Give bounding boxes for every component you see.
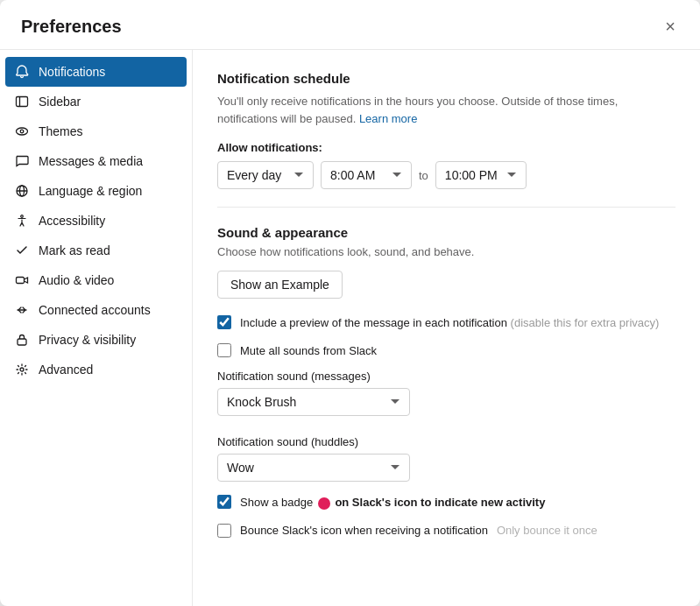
sidebar-item-mark-as-read[interactable]: Mark as read <box>0 236 192 265</box>
sidebar: Notifications Sidebar <box>0 50 193 606</box>
bounce-row: Bounce Slack's icon when receiving a not… <box>217 522 675 539</box>
mute-sounds-checkbox[interactable] <box>217 343 231 357</box>
start-time-select[interactable]: 8:00 AM 9:00 AM 10:00 AM <box>321 161 412 189</box>
notification-schedule-title: Notification schedule <box>217 71 675 86</box>
svg-rect-0 <box>17 97 28 107</box>
sidebar-item-themes[interactable]: Themes <box>0 116 192 146</box>
camera-icon <box>14 272 30 288</box>
close-button[interactable]: × <box>661 16 679 37</box>
sidebar-item-privacy-visibility[interactable]: Privacy & visibility <box>0 325 192 355</box>
allow-notifications-label: Allow notifications: <box>217 141 675 154</box>
check-icon <box>14 243 30 258</box>
sidebar-label-connected-accounts: Connected accounts <box>39 303 151 317</box>
gear-icon <box>14 362 30 377</box>
connected-icon <box>14 302 30 318</box>
notification-schedule-desc: You'll only receive notifications in the… <box>217 93 675 127</box>
eye-icon <box>14 123 30 139</box>
sidebar-label-messages-media: Messages & media <box>39 154 143 168</box>
svg-rect-8 <box>17 278 25 284</box>
mute-sounds-label: Mute all sounds from Slack <box>240 342 377 360</box>
preferences-modal: Preferences × Notifications <box>0 0 700 606</box>
sound-appearance-section: Sound & appearance Choose how notificati… <box>217 225 675 539</box>
message-icon <box>14 153 30 169</box>
sidebar-item-messages-media[interactable]: Messages & media <box>0 146 192 176</box>
learn-more-link[interactable]: Learn more <box>359 112 417 125</box>
sidebar-icon <box>14 94 30 109</box>
show-example-button[interactable]: Show an Example <box>217 271 343 299</box>
end-time-select[interactable]: 10:00 PM 9:00 PM 11:00 PM <box>435 161 527 189</box>
sidebar-label-language-region: Language & region <box>39 184 142 198</box>
svg-point-2 <box>17 128 28 135</box>
mute-sounds-row: Mute all sounds from Slack <box>217 342 675 360</box>
lock-icon <box>14 332 30 348</box>
show-badge-checkbox[interactable] <box>217 495 231 509</box>
sidebar-label-accessibility: Accessibility <box>39 214 105 228</box>
main-content: Notification schedule You'll only receiv… <box>193 50 700 606</box>
notif-sound-huddles-select[interactable]: Wow Ding Chime None <box>217 454 410 482</box>
sidebar-item-language-region[interactable]: Language & region <box>0 176 192 206</box>
sound-appearance-desc: Choose how notifications look, sound, an… <box>217 245 675 258</box>
only-bounce-label: Only bounce it once <box>497 524 597 537</box>
sidebar-item-audio-video[interactable]: Audio & video <box>0 265 192 295</box>
sidebar-item-notifications[interactable]: Notifications <box>5 57 187 87</box>
accessibility-icon <box>14 213 30 229</box>
notif-sound-messages-select[interactable]: Knock Brush Ding Chime None <box>217 388 410 416</box>
sidebar-label-sidebar: Sidebar <box>39 95 81 109</box>
modal-header: Preferences × <box>0 0 700 50</box>
modal-title: Preferences <box>21 17 122 37</box>
include-preview-label: Include a preview of the message in each… <box>240 314 659 332</box>
to-label: to <box>419 169 428 182</box>
notif-sound-huddles-label: Notification sound (huddles) <box>217 435 675 448</box>
svg-point-10 <box>20 368 24 371</box>
globe-icon <box>14 183 30 199</box>
sidebar-label-notifications: Notifications <box>39 65 105 79</box>
bounce-icon-label: Bounce Slack's icon when receiving a not… <box>240 522 488 539</box>
notif-sound-messages-label: Notification sound (messages) <box>217 370 675 383</box>
sidebar-item-accessibility[interactable]: Accessibility <box>0 206 192 236</box>
sound-appearance-title: Sound & appearance <box>217 225 675 240</box>
svg-point-3 <box>20 130 24 133</box>
include-preview-checkbox[interactable] <box>217 315 231 329</box>
modal-body: Notifications Sidebar <box>0 50 700 606</box>
section-divider <box>217 207 675 208</box>
sidebar-item-connected-accounts[interactable]: Connected accounts <box>0 295 192 325</box>
sidebar-label-privacy-visibility: Privacy & visibility <box>39 333 136 347</box>
sidebar-item-advanced[interactable]: Advanced <box>0 355 192 384</box>
bounce-icon-checkbox[interactable] <box>217 524 231 538</box>
notification-schedule-dropdowns: Every day Weekdays Weekends Custom 8:00 … <box>217 161 675 189</box>
badge-dot <box>318 497 330 510</box>
sidebar-label-audio-video: Audio & video <box>39 273 114 287</box>
day-select[interactable]: Every day Weekdays Weekends Custom <box>217 161 314 189</box>
notification-schedule-section: Notification schedule You'll only receiv… <box>217 71 675 189</box>
bell-icon <box>14 64 30 80</box>
sidebar-label-mark-as-read: Mark as read <box>39 243 110 257</box>
svg-point-7 <box>21 215 24 218</box>
show-badge-row: Show a badge on Slack's icon to indicate… <box>217 494 675 511</box>
sidebar-item-sidebar[interactable]: Sidebar <box>0 87 192 116</box>
show-badge-label: Show a badge on Slack's icon to indicate… <box>240 494 545 511</box>
include-preview-row: Include a preview of the message in each… <box>217 314 675 332</box>
svg-rect-9 <box>18 339 26 345</box>
sidebar-label-advanced: Advanced <box>39 363 93 377</box>
sidebar-label-themes: Themes <box>39 124 83 138</box>
